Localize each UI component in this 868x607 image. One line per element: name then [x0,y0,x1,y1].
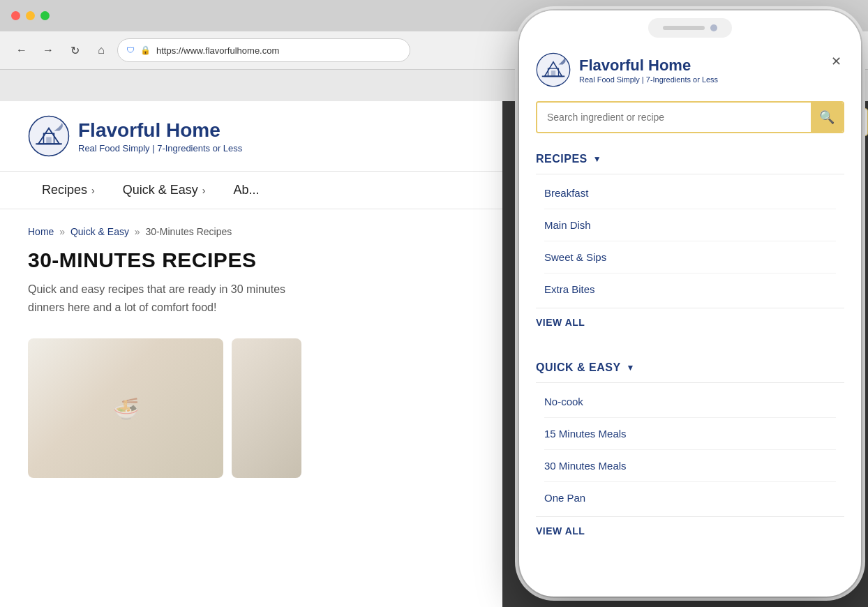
nav-item-30-minutes[interactable]: 30 Minutes Meals [544,450,836,482]
page-title-area: 30-MINUTES RECIPES Quick and easy recipe… [0,243,502,327]
svg-rect-3 [551,70,555,76]
quick-easy-view-all[interactable]: VIEW ALL [536,517,844,548]
phone-logo-icon [536,52,571,87]
website-background: Flavorful Home Real Food Simply | 7-Ingr… [0,101,502,607]
logo-area: Flavorful Home Real Food Simply | 7-Ingr… [28,115,242,157]
shield-icon: 🛡 [126,45,135,55]
site-nav: Recipes › Quick & Easy › Ab... [0,171,502,209]
back-button[interactable]: ← [11,40,32,61]
phone-search-input[interactable] [537,103,811,132]
food-image-1: 🍜 [28,338,223,478]
home-button[interactable]: ⌂ [91,40,112,61]
quick-easy-section-title: QUICK & EASY [536,361,621,374]
phone-speaker [663,26,705,30]
phone-brand-tagline: Real Food Simply | 7-Ingredients or Less [579,75,718,84]
food-image-placeholder-2 [232,338,301,478]
site-tagline: Real Food Simply | 7-Ingredients or Less [78,143,242,153]
phone-frame: Flavorful Home Real Food Simply | 7-Ingr… [519,10,861,597]
food-image-placeholder-1: 🍜 [28,338,223,478]
quick-easy-chevron-icon: › [202,185,206,196]
breadcrumb-parent[interactable]: Quick & Easy [70,226,129,237]
nav-item-15-minutes[interactable]: 15 Minutes Meals [544,418,836,450]
nav-item-main-dish[interactable]: Main Dish [544,209,836,241]
svg-rect-1 [46,137,52,144]
refresh-button[interactable]: ↻ [64,40,85,61]
traffic-light-red[interactable] [11,11,20,20]
url-display: https://www.flavorfulhome.com [156,45,279,56]
phone-brand-text: Flavorful Home Real Food Simply | 7-Ingr… [579,57,718,84]
breadcrumb-home[interactable]: Home [28,226,54,237]
phone-camera [710,24,717,31]
mobile-overlay: Flavorful Home Real Food Simply | 7-Ingr… [519,10,861,597]
recipes-section-header[interactable]: RECIPES ▼ [536,144,844,174]
nav-item-about[interactable]: Ab... [219,172,273,209]
food-image-2 [232,338,301,478]
forward-button[interactable]: → [38,40,59,61]
recipes-view-all[interactable]: VIEW ALL [536,308,844,339]
site-header: Flavorful Home Real Food Simply | 7-Ingr… [0,101,502,171]
svg-point-0 [29,117,69,156]
traffic-light-yellow[interactable] [26,11,35,20]
breadcrumb-sep-2: » [135,226,143,237]
phone-search-box: 🔍 [536,101,844,133]
nav-item-sweet-sips[interactable]: Sweet & Sips [544,241,836,273]
lock-icon: 🔒 [140,45,151,55]
phone-notch [648,18,732,38]
recipes-sub-items: Breakfast Main Dish Sweet & Sips Extra B… [536,174,844,308]
phone-brand-name: Flavorful Home [579,57,718,75]
page-title: 30-MINUTES RECIPES [28,248,474,272]
nav-item-one-pan[interactable]: One Pan [544,482,836,514]
quick-easy-chevron-icon: ▼ [627,363,635,373]
quick-easy-sub-items: No-cook 15 Minutes Meals 30 Minutes Meal… [536,383,844,516]
page-description: Quick and easy recipes that are ready in… [28,280,474,316]
nav-item-recipes[interactable]: Recipes › [28,172,109,209]
search-icon: 🔍 [819,110,835,125]
food-images-row: 🍜 [0,327,502,478]
recipes-nav-section: RECIPES ▼ Breakfast Main Dish Sweet & Si… [536,144,844,339]
nav-item-extra-bites[interactable]: Extra Bites [544,273,836,305]
nav-item-quick-easy[interactable]: Quick & Easy › [109,172,220,209]
site-brand: Flavorful Home Real Food Simply | 7-Ingr… [78,119,242,153]
quick-easy-section-header[interactable]: QUICK & EASY ▼ [536,353,844,382]
address-bar[interactable]: 🛡 🔒 https://www.flavorfulhome.com [117,38,410,62]
phone-header: Flavorful Home Real Food Simply | 7-Ingr… [519,45,861,96]
breadcrumb-area: Home » Quick & Easy » 30-Minutes Recipes [0,209,502,243]
traffic-light-green[interactable] [40,11,50,20]
breadcrumb: Home » Quick & Easy » 30-Minutes Recipes [28,226,474,237]
phone-search-button[interactable]: 🔍 [811,103,843,132]
recipes-chevron-icon: ▼ [593,154,601,164]
phone-logo-area: Flavorful Home Real Food Simply | 7-Ingr… [536,52,718,87]
nav-item-breakfast[interactable]: Breakfast [544,177,836,209]
breadcrumb-current: 30-Minutes Recipes [146,226,232,237]
site-logo-icon [28,115,70,157]
recipes-chevron-icon: › [91,185,95,196]
breadcrumb-sep-1: » [59,226,68,237]
quick-easy-nav-section: QUICK & EASY ▼ No-cook 15 Minutes Meals … [536,353,844,548]
phone-nav-content: RECIPES ▼ Breakfast Main Dish Sweet & Si… [519,144,861,597]
phone-search-area: 🔍 [519,96,861,144]
recipes-section-title: RECIPES [536,153,588,165]
close-button[interactable]: ✕ [828,52,844,70]
site-name: Flavorful Home [78,119,242,142]
nav-item-no-cook[interactable]: No-cook [544,386,836,418]
phone-top-bar [519,10,861,45]
